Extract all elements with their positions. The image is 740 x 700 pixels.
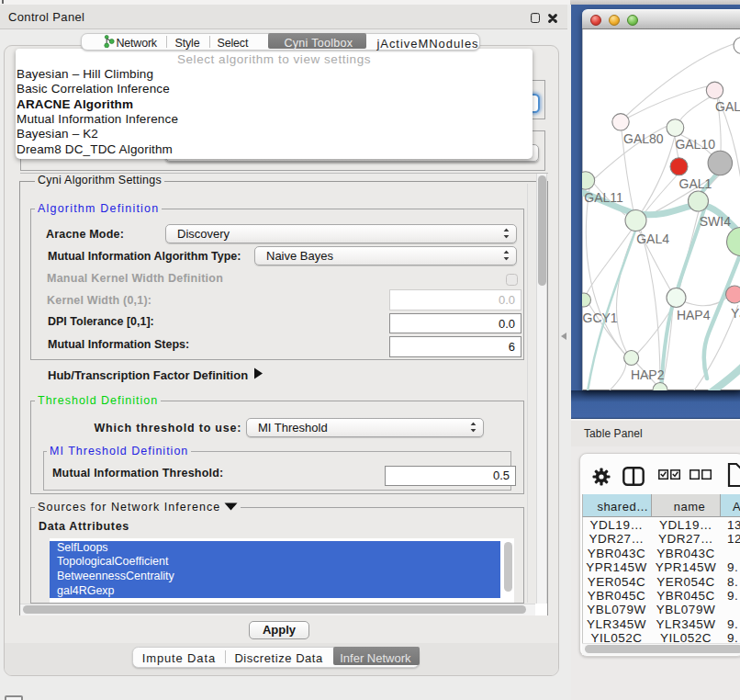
svg-text:GAL80: GAL80 — [623, 131, 664, 146]
svg-text:GAL4: GAL4 — [636, 231, 669, 245]
svg-text:GAL11: GAL11 — [584, 190, 623, 205]
svg-text:SWI4: SWI4 — [700, 214, 731, 229]
svg-text:GAL1: GAL1 — [679, 175, 712, 190]
svg-text:GAL10: GAL10 — [675, 137, 715, 152]
svg-text:YJ: YJ — [731, 306, 740, 321]
svg-text:GCY1: GCY1 — [583, 310, 618, 324]
svg-text:HAP4: HAP4 — [677, 307, 711, 322]
svg-text:HAP2: HAP2 — [631, 367, 665, 382]
svg-text:GAL7: GAL7 — [715, 99, 740, 114]
